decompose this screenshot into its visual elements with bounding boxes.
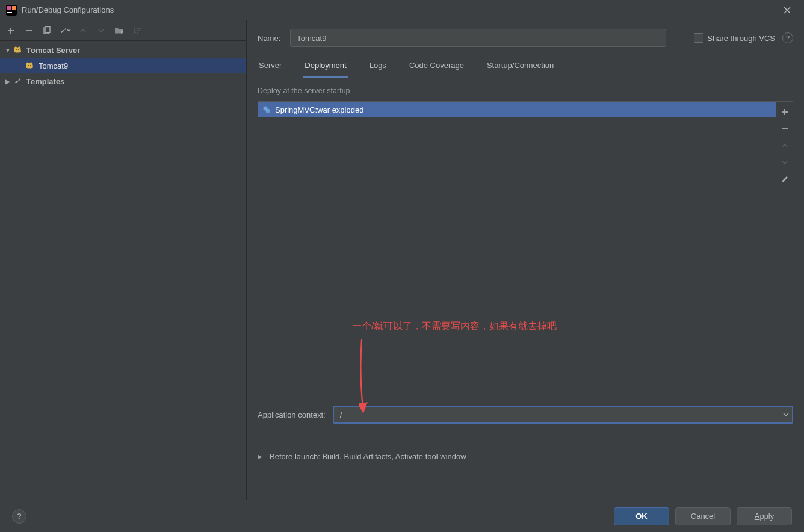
titlebar: Run/Debug Configurations <box>0 0 804 20</box>
tomcat-icon <box>13 45 23 55</box>
footer-buttons: OK Cancel Apply <box>614 507 792 525</box>
svg-rect-2 <box>12 6 16 10</box>
app-context-combobox[interactable] <box>333 406 793 424</box>
deploy-side-toolbar <box>776 102 793 392</box>
chevron-right-icon: ▶ <box>2 78 13 85</box>
chevron-down-icon[interactable] <box>779 407 792 422</box>
share-vcs-label: Share through VCS <box>707 34 775 43</box>
remove-button[interactable] <box>20 22 37 39</box>
deploy-up-button <box>778 139 791 152</box>
tree-node-tomcat-server[interactable]: ▼ Tomcat Server <box>0 42 246 58</box>
before-launch-label: Before launch: Build, Build Artifacts, A… <box>270 452 466 461</box>
artifact-icon <box>262 105 271 114</box>
separator <box>258 441 793 441</box>
content-panel: Name: Share through VCS ? Server Deploym… <box>247 20 804 500</box>
deploy-down-button <box>778 156 791 169</box>
wrench-button[interactable] <box>57 22 73 39</box>
annotation-text: 一个/就可以了，不需要写内容，如果有就去掉吧 <box>352 320 557 333</box>
share-vcs-checkbox[interactable] <box>694 33 704 43</box>
svg-rect-3 <box>7 12 12 13</box>
tab-startup-connection[interactable]: Startup/Connection <box>486 58 555 78</box>
deploy-item-label: SpringMVC:war exploded <box>275 105 363 114</box>
deploy-add-button[interactable] <box>778 105 791 119</box>
help-button[interactable]: ? <box>12 509 26 524</box>
chevron-right-icon: ▶ <box>258 453 265 460</box>
tab-code-coverage[interactable]: Code Coverage <box>408 58 465 78</box>
close-button[interactable] <box>775 1 799 19</box>
copy-button[interactable] <box>39 22 55 39</box>
tree-node-label: Tomcat9 <box>39 61 68 70</box>
folder-button[interactable] <box>111 22 128 39</box>
main-area: ▼ Tomcat Server Tomcat9 ▶ Templates Name… <box>0 20 804 500</box>
before-launch-row[interactable]: ▶ Before launch: Build, Build Artifacts,… <box>258 452 793 461</box>
wrench-icon <box>13 76 23 86</box>
ok-button[interactable]: OK <box>614 507 669 525</box>
add-button[interactable] <box>2 22 19 39</box>
tree-node-templates[interactable]: ▶ Templates <box>0 73 246 89</box>
svg-point-16 <box>266 109 270 113</box>
tree-node-label: Templates <box>26 77 64 86</box>
tab-server[interactable]: Server <box>258 58 283 78</box>
config-tree: ▼ Tomcat Server Tomcat9 ▶ Templates <box>0 41 246 500</box>
move-up-button <box>75 22 91 39</box>
deploy-remove-button[interactable] <box>778 122 791 135</box>
deploy-list[interactable]: SpringMVC:war exploded <box>258 102 776 392</box>
name-label: Name: <box>258 34 280 43</box>
share-vcs-row: Share through VCS ? <box>694 32 793 43</box>
deploy-edit-button[interactable] <box>778 173 791 186</box>
svg-rect-10 <box>45 26 50 32</box>
move-down-button <box>93 22 110 39</box>
sidebar: ▼ Tomcat Server Tomcat9 ▶ Templates <box>0 20 247 500</box>
sidebar-toolbar <box>0 20 246 41</box>
tree-node-label: Tomcat Server <box>26 46 80 55</box>
deploy-item[interactable]: SpringMVC:war exploded <box>258 102 776 117</box>
app-context-label: Application context: <box>258 410 326 419</box>
tab-deployment[interactable]: Deployment <box>303 58 347 78</box>
app-icon <box>5 4 18 17</box>
sort-button <box>129 22 146 39</box>
cancel-button[interactable]: Cancel <box>675 507 731 525</box>
footer: ? OK Cancel Apply <box>0 500 804 532</box>
name-row: Name: Share through VCS ? <box>258 29 793 47</box>
tabs: Server Deployment Logs Code Coverage Sta… <box>258 58 793 78</box>
tab-logs[interactable]: Logs <box>368 58 388 78</box>
chevron-down-icon: ▼ <box>2 47 13 54</box>
deploy-area: SpringMVC:war exploded <box>258 101 793 392</box>
svg-rect-1 <box>7 6 11 10</box>
window-title: Run/Debug Configurations <box>22 5 114 14</box>
app-context-input[interactable] <box>334 407 779 422</box>
config-name-input[interactable] <box>290 29 666 47</box>
apply-button[interactable]: Apply <box>737 507 792 525</box>
share-help-icon[interactable]: ? <box>782 32 793 43</box>
app-context-row: Application context: <box>258 406 793 424</box>
tomcat-icon <box>25 61 35 70</box>
tree-node-tomcat9[interactable]: Tomcat9 <box>0 58 246 73</box>
deploy-section-label: Deploy at the server startup <box>258 87 793 95</box>
